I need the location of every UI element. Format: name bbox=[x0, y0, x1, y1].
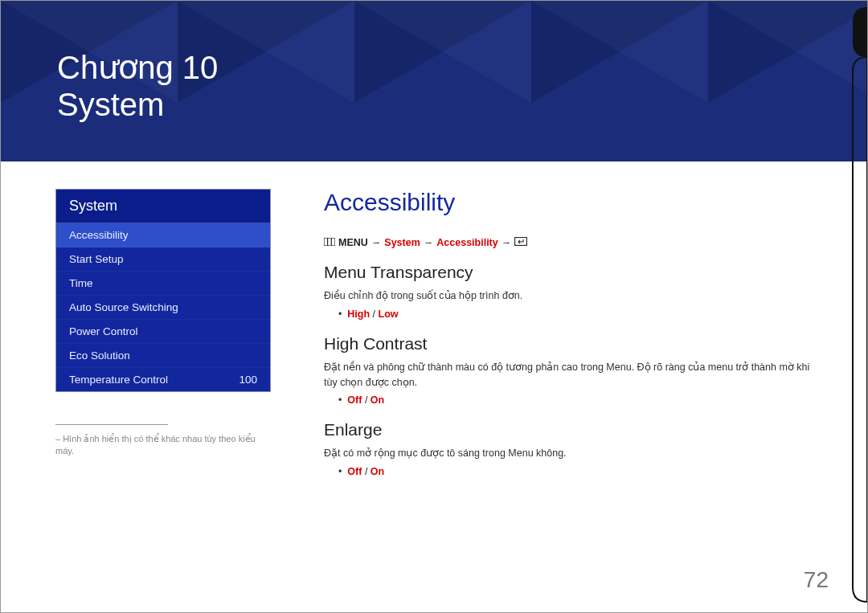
chapter-label: Chương 10 bbox=[57, 49, 867, 86]
body-layout: System Accessibility Start Setup Time Au… bbox=[1, 161, 867, 492]
sidebar-item-auto-source-switching[interactable]: Auto Source Switching bbox=[56, 296, 270, 320]
sidebar-item-eco-solution[interactable]: Eco Solution bbox=[56, 344, 270, 368]
sidebar-item-label: Time bbox=[69, 277, 93, 289]
sidebar-item-label: Temperature Control bbox=[69, 374, 168, 386]
option-off: Off bbox=[347, 394, 362, 406]
enter-key-icon bbox=[514, 237, 527, 248]
sidebar-item-label: Eco Solution bbox=[69, 349, 130, 362]
footnote-rule bbox=[55, 424, 168, 425]
sidebar-item-temperature-control[interactable]: Temperature Control 100 bbox=[56, 368, 270, 391]
sidebar-item-start-setup[interactable]: Start Setup bbox=[56, 247, 270, 272]
section-options: • Off / On bbox=[338, 466, 824, 477]
sidebar-item-label: Auto Source Switching bbox=[69, 301, 178, 313]
breadcrumb-menu: MENU bbox=[338, 237, 368, 248]
section-heading-enlarge: Enlarge bbox=[324, 420, 824, 439]
breadcrumb-accessibility: Accessibility bbox=[436, 237, 497, 248]
option-off: Off bbox=[347, 466, 362, 477]
page-title: Accessibility bbox=[324, 189, 824, 216]
sidebar-item-accessibility[interactable]: Accessibility bbox=[56, 223, 270, 247]
breadcrumb: MENU → System → Accessibility → bbox=[324, 237, 824, 248]
sidebar-box: System Accessibility Start Setup Time Au… bbox=[55, 189, 271, 392]
chapter-hero: Chương 10 System bbox=[1, 1, 867, 161]
svg-rect-0 bbox=[324, 238, 335, 246]
option-on: On bbox=[371, 466, 384, 477]
sidebar-item-time[interactable]: Time bbox=[56, 272, 270, 296]
chapter-title: System bbox=[57, 86, 867, 123]
page-number: 72 bbox=[804, 567, 829, 593]
section-options: • Off / On bbox=[338, 394, 824, 406]
sidebar-item-label: Accessibility bbox=[69, 229, 129, 241]
section-heading-menu-transparency: Menu Transparency bbox=[324, 263, 824, 282]
page: Chương 10 System System Accessibility St… bbox=[0, 0, 868, 613]
arrow-icon: → bbox=[502, 237, 512, 248]
main-content: Accessibility MENU → System → Accessibil… bbox=[324, 189, 824, 492]
option-high: High bbox=[347, 309, 370, 320]
sidebar-item-label: Power Control bbox=[69, 325, 138, 337]
sidebar-title: System bbox=[56, 190, 270, 223]
sidebar-item-value: 100 bbox=[239, 374, 257, 386]
arrow-icon: → bbox=[424, 237, 434, 248]
section-heading-high-contrast: High Contrast bbox=[324, 334, 824, 353]
arrow-icon: → bbox=[371, 237, 382, 248]
option-on: On bbox=[371, 394, 384, 406]
sidebar-item-power-control[interactable]: Power Control bbox=[56, 320, 270, 344]
option-low: Low bbox=[379, 309, 399, 320]
section-desc: Đặt có mở rộng mục được tô sáng trong Me… bbox=[324, 446, 824, 461]
section-desc: Đặt nền và phông chữ thành màu có độ tươ… bbox=[324, 360, 824, 390]
sidebar: System Accessibility Start Setup Time Au… bbox=[55, 189, 271, 492]
sidebar-item-label: Start Setup bbox=[69, 253, 124, 265]
section-options: • High / Low bbox=[338, 309, 824, 320]
section-desc: Điều chỉnh độ trong suốt của hộp trình đ… bbox=[324, 288, 824, 304]
breadcrumb-system: System bbox=[384, 237, 420, 248]
sidebar-footnote: – Hình ảnh hiển thị có thể khác nhau tùy… bbox=[55, 433, 271, 458]
menu-grid-icon bbox=[324, 237, 335, 248]
